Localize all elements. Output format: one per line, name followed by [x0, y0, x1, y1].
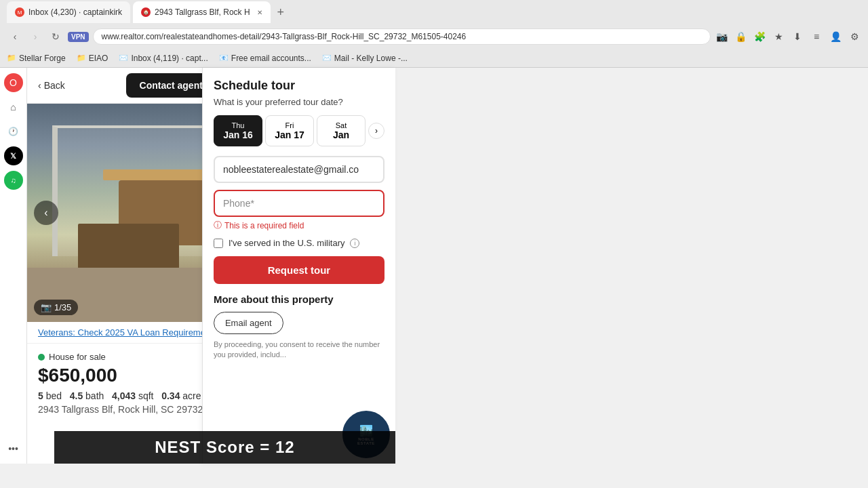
- military-checkbox-group: I've served in the U.S. military i: [214, 238, 384, 248]
- bookmark-eiao[interactable]: 📁 EIAO: [77, 54, 108, 63]
- email-field-group: [214, 156, 384, 183]
- menu-icon[interactable]: ≡: [810, 30, 823, 43]
- email-input[interactable]: [214, 156, 384, 183]
- profile-icon[interactable]: 👤: [829, 30, 842, 43]
- day-name: Fri: [269, 121, 311, 129]
- error-text: This is a required field: [224, 221, 304, 230]
- tab-realtor[interactable]: 🏠 2943 Tallgrass Blf, Rock H ✕: [133, 1, 271, 23]
- photo-counter: 📷 1/35: [34, 300, 78, 315]
- date-option-thu[interactable]: Thu Jan 16: [214, 115, 262, 146]
- day-num: Jan 17: [269, 129, 311, 140]
- phone-input[interactable]: [214, 190, 384, 217]
- property-address: 2943 Tallgrass Blf, Rock Hill, SC 29732: [38, 404, 222, 415]
- lot-value: 0.34: [161, 390, 180, 401]
- nest-score-text: NEST Score = 12: [155, 438, 294, 456]
- address-bar[interactable]: www.realtor.com/realestateandhomes-detai…: [93, 28, 711, 45]
- bookmark-gmail[interactable]: ✉️ Inbox (4,119) · capt...: [119, 54, 208, 63]
- schedule-tour-title: Schedule tour: [214, 79, 384, 93]
- side-panel: O ⌂ 🕐 𝕏 ♫ •••: [0, 68, 27, 464]
- status-dot: [38, 354, 45, 361]
- back-button[interactable]: ‹ Back: [38, 80, 65, 91]
- refresh-button[interactable]: ↻: [47, 28, 64, 45]
- military-label: I've served in the U.S. military: [229, 238, 345, 248]
- forward-nav-button[interactable]: ›: [27, 28, 43, 45]
- bookmark-free-email[interactable]: 📧 Free email accounts...: [219, 54, 311, 63]
- folder-icon: 📁: [7, 54, 16, 63]
- email-icon: 📧: [219, 54, 229, 63]
- bookmark-label: EIAO: [89, 54, 108, 63]
- download-icon[interactable]: ⬇: [791, 30, 804, 43]
- more-about-title: More about this property: [214, 293, 384, 305]
- va-loan-link[interactable]: Veterans: Check 2025 VA Loan Requirement…: [38, 327, 217, 338]
- property-specs: 5 bed 4.5 bath 4,043 sqft 0.34 acre lot: [38, 390, 222, 401]
- date-option-fri[interactable]: Fri Jan 17: [265, 115, 314, 146]
- mail-icon: ✉️: [322, 54, 332, 63]
- home-icon[interactable]: ⌂: [4, 98, 23, 117]
- realtor-favicon: 🏠: [141, 7, 151, 17]
- photo-count: 1/35: [54, 302, 71, 312]
- tab-gmail-label: Inbox (4,230) · captainkirk: [28, 7, 122, 17]
- military-info-icon[interactable]: i: [350, 239, 359, 248]
- date-nav-next[interactable]: ›: [368, 123, 384, 139]
- day-name: Sat: [320, 121, 362, 129]
- more-icon[interactable]: •••: [4, 439, 23, 458]
- new-tab-button[interactable]: +: [273, 5, 289, 20]
- beds-value: 5: [38, 390, 43, 401]
- bookmarks-bar: 📁 Stellar Forge 📁 EIAO ✉️ Inbox (4,119) …: [0, 49, 868, 68]
- status-text: House for sale: [49, 352, 106, 362]
- folder-icon: 📁: [77, 54, 86, 63]
- consent-text: By proceeding, you consent to receive th…: [214, 340, 384, 361]
- back-label: Back: [44, 80, 65, 91]
- sqft-value: 4,043: [112, 390, 136, 401]
- shield-icon[interactable]: 🔒: [734, 30, 747, 43]
- tab-gmail[interactable]: M Inbox (4,230) · captainkirk: [7, 1, 130, 23]
- nest-score-banner: NEST Score = 12: [54, 431, 395, 464]
- gmail-icon: ✉️: [119, 54, 128, 63]
- x-twitter-icon[interactable]: 𝕏: [4, 146, 23, 165]
- bookmark-label: Stellar Forge: [19, 54, 66, 63]
- settings-icon[interactable]: ⚙: [848, 30, 861, 43]
- bookmark-stellar-forge[interactable]: 📁 Stellar Forge: [7, 54, 66, 63]
- tab-realtor-label: 2943 Tallgrass Blf, Rock H: [155, 7, 250, 17]
- vpn-badge: VPN: [68, 32, 89, 42]
- opera-icon[interactable]: O: [4, 73, 23, 92]
- extensions-icon[interactable]: 🧩: [753, 30, 766, 43]
- bookmark-label: Inbox (4,119) · capt...: [131, 54, 208, 63]
- camera-icon[interactable]: 📷: [715, 30, 728, 43]
- tour-date-question: What is your preferred tour date?: [214, 97, 384, 107]
- gmail-favicon: M: [15, 7, 24, 17]
- bookmark-label: Free email accounts...: [231, 54, 311, 63]
- bookmark-icon[interactable]: ★: [772, 30, 785, 43]
- spotify-icon[interactable]: ♫: [4, 171, 23, 190]
- baths-value: 4.5: [70, 390, 83, 401]
- tab-close-icon[interactable]: ✕: [257, 9, 262, 16]
- email-agent-button[interactable]: Email agent: [214, 312, 283, 334]
- bookmark-mail-kelly[interactable]: ✉️ Mail - Kelly Lowe -...: [322, 54, 408, 63]
- price: $650,000: [38, 365, 222, 386]
- history-icon[interactable]: 🕐: [4, 122, 23, 141]
- photo-prev-button[interactable]: ‹: [34, 201, 58, 225]
- date-picker: Thu Jan 16 Fri Jan 17 Sat Jan ›: [214, 115, 384, 146]
- for-sale-badge: House for sale: [38, 352, 222, 362]
- request-tour-button[interactable]: Request tour: [214, 256, 384, 284]
- camera-icon: 📷: [41, 302, 52, 312]
- day-num: Jan 16: [217, 129, 259, 140]
- property-info: House for sale $650,000 5 bed 4.5 bath 4…: [38, 352, 222, 415]
- back-nav-button[interactable]: ‹: [7, 28, 23, 45]
- schedule-tour-panel: Schedule tour What is your preferred tou…: [202, 68, 395, 464]
- day-name: Thu: [217, 121, 259, 129]
- back-chevron-icon: ‹: [38, 80, 41, 91]
- error-message: ⓘ This is a required field: [214, 220, 384, 231]
- military-checkbox[interactable]: [214, 239, 223, 248]
- bookmark-label: Mail - Kelly Lowe -...: [334, 54, 408, 63]
- phone-field-group: ⓘ This is a required field: [214, 190, 384, 231]
- date-option-sat[interactable]: Sat Jan: [317, 115, 366, 146]
- error-icon: ⓘ: [214, 220, 222, 231]
- day-num: Jan: [320, 129, 362, 140]
